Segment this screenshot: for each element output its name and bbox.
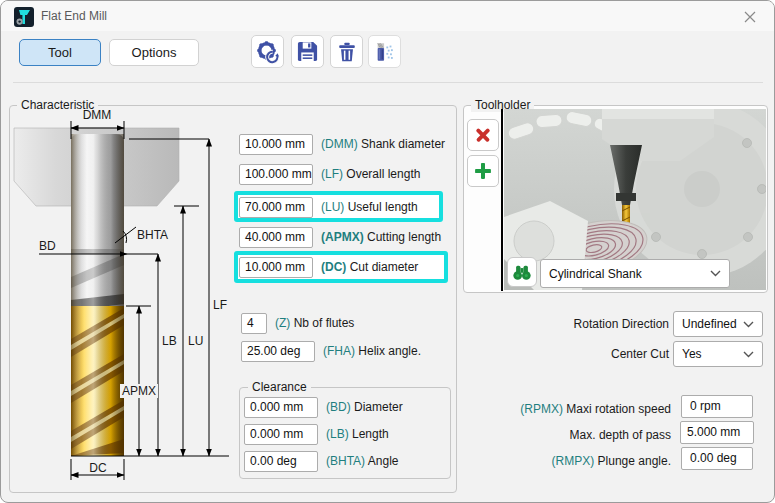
clearance-length-field[interactable]: 0.000 mm [244,424,318,445]
toolbar-separator [13,82,763,83]
plunge-angle-field[interactable]: 0.00 deg [681,447,753,470]
useful-length-field[interactable]: 70.000 mm [239,197,313,218]
helix-angle-label: (FHA) Helix angle. [323,341,421,362]
cutting-length-label: (APMX) Cutting length [321,227,441,248]
svg-text:DMM: DMM [83,108,112,122]
save-icon [296,40,319,63]
clearance-group-label: Clearance [248,380,311,394]
clearance-diameter-field[interactable]: 0.000 mm [244,397,318,418]
save-button[interactable] [291,35,324,68]
chevron-down-icon [743,321,754,328]
binoculars-icon [511,262,533,282]
shank-diameter-label: (DMM) Shank diameter [321,134,445,155]
overall-length-label: (LF) Overall length [321,164,420,185]
remove-toolholder-button[interactable] [467,119,499,151]
useful-length-label: (LU) Useful length [321,197,418,218]
max-depth-of-pass-label: Max. depth of pass [401,428,671,442]
rotation-direction-value: Undefined [682,317,737,331]
tab-options-label: Options [132,45,177,60]
green-plus-icon [473,161,493,181]
chevron-down-icon [710,270,721,277]
clearance-angle-field[interactable]: 0.00 deg [244,451,318,472]
tool-info-button[interactable] [368,35,401,68]
toolholder-axis-line [501,109,503,291]
overall-length-field[interactable]: 100.000 mm [239,164,313,185]
svg-text:LU: LU [188,334,203,348]
max-depth-of-pass-field[interactable]: 5.000 mm [680,421,754,444]
shank-type-value: Cylindrical Shank [549,267,642,281]
helix-angle-field[interactable]: 25.00 deg [241,341,315,362]
cut-diameter-label: (DC) Cut diameter [321,257,418,278]
cut-diameter-field[interactable]: 10.000 mm [239,257,313,278]
window-title: Flat End Mill [41,9,107,23]
end-mill-diagram: DMM LF LU LB APMX BD BHTA [9,101,239,491]
center-cut-select[interactable]: Yes [673,341,763,367]
maxi-rotation-speed-field[interactable]: 0 rpm [681,395,753,418]
app-icon [14,7,34,27]
rotation-direction-select[interactable]: Undefined [673,311,763,337]
svg-text:BHTA: BHTA [137,228,168,242]
browse-toolholder-button[interactable] [507,257,537,287]
red-x-icon [473,125,493,145]
titlebar: Flat End Mill [1,1,774,31]
plunge-angle-label: (RMPX) Plunge angle. [401,454,671,468]
flat-end-mill-dialog: Flat End Mill Tool Options [0,0,775,503]
nb-flutes-field[interactable]: 4 [241,313,267,334]
add-toolholder-button[interactable] [467,155,499,187]
gear-sync-icon [256,40,280,64]
cutting-length-field[interactable]: 40.000 mm [239,227,313,248]
svg-text:DC: DC [89,461,107,475]
svg-text:BD: BD [39,239,56,253]
tab-tool[interactable]: Tool [19,39,101,66]
tab-options[interactable]: Options [109,39,199,66]
center-cut-label: Center Cut [461,347,669,361]
chevron-down-icon [743,351,754,358]
shank-diameter-field[interactable]: 10.000 mm [239,134,313,155]
clearance-diameter-label: (BD) Diameter [326,397,403,418]
svg-text:APMX: APMX [122,384,156,398]
nb-flutes-label: (Z) Nb of flutes [275,313,354,334]
rotation-direction-label: Rotation Direction [461,317,669,331]
delete-button[interactable] [330,35,363,68]
clearance-length-label: (LB) Length [326,424,389,445]
close-button[interactable] [742,9,758,25]
maxi-rotation-speed-label: (RPMX) Maxi rotation speed [401,402,671,416]
center-cut-value: Yes [682,347,702,361]
svg-text:LB: LB [162,334,177,348]
clearance-angle-label: (BHTA) Angle [326,451,398,472]
tool-measure-icon [374,41,396,63]
svg-text:LF: LF [213,298,227,312]
tab-tool-label: Tool [48,45,72,60]
close-icon [744,11,756,23]
settings-button[interactable] [251,35,284,68]
shank-type-select[interactable]: Cylindrical Shank [540,259,730,288]
trash-icon [336,41,358,63]
